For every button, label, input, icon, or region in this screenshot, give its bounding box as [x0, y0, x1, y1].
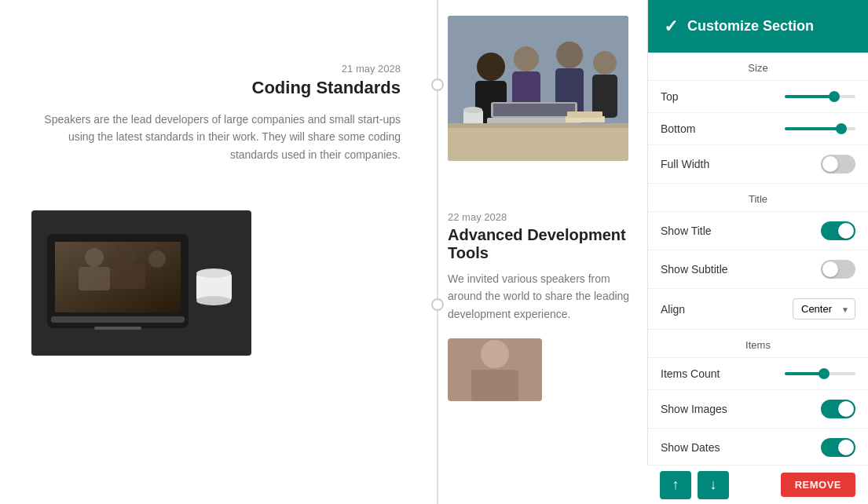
coffee-laptop-image — [31, 210, 251, 356]
svg-point-9 — [148, 250, 166, 268]
svg-point-20 — [556, 42, 583, 68]
top-slider[interactable] — [785, 94, 855, 99]
bottom-slider-fill — [785, 127, 841, 130]
bottom-slider-track — [785, 127, 855, 130]
panel-body: Size Top Bottom Full Width — [648, 53, 868, 504]
card1-date: 21 may 2028 — [31, 63, 401, 75]
timeline-line — [437, 0, 438, 504]
size-section-label: Size — [648, 53, 868, 81]
timeline-right-column: 22 may 2028 Advanced Development Tools W… — [432, 0, 647, 504]
svg-point-5 — [196, 268, 231, 278]
top-control-row: Top — [648, 81, 868, 113]
items-count-control-row: Items Count — [648, 358, 868, 390]
svg-point-28 — [463, 107, 482, 113]
svg-point-7 — [85, 248, 104, 267]
show-dates-toggle-knob — [838, 440, 854, 455]
timeline-area: 21 may 2028 Coding Standards Speakers ar… — [0, 0, 647, 504]
items-count-slider-track — [785, 372, 855, 375]
show-subtitle-toggle-knob — [822, 261, 838, 277]
bottom-slider[interactable] — [785, 126, 855, 131]
svg-rect-32 — [567, 111, 602, 118]
full-width-toggle[interactable] — [821, 155, 855, 173]
show-dates-label: Show Dates — [661, 441, 720, 454]
show-images-label: Show Images — [661, 403, 727, 415]
bottom-partial-image — [448, 338, 542, 401]
card-left-1: 21 may 2028 Coding Standards Speakers ar… — [31, 63, 401, 163]
align-dropdown[interactable]: Left Center Right — [793, 298, 855, 320]
items-section-label: Items — [648, 330, 868, 358]
svg-point-22 — [593, 51, 617, 75]
show-images-toggle-knob — [838, 401, 854, 417]
show-title-label: Show Title — [661, 225, 712, 237]
card2-date: 22 may 2028 — [448, 211, 632, 223]
svg-rect-13 — [94, 327, 141, 330]
remove-button[interactable]: REMOVE — [781, 473, 855, 497]
people-meeting-image — [448, 16, 628, 161]
timeline-dot-2 — [431, 298, 444, 311]
timeline-dot-1 — [431, 79, 444, 91]
check-icon: ✓ — [664, 16, 678, 37]
card2-title: Advanced Development Tools — [448, 226, 632, 262]
items-count-label: Items Count — [661, 367, 720, 380]
svg-point-18 — [514, 46, 539, 71]
bottom-label: Bottom — [661, 122, 695, 135]
full-width-label: Full Width — [661, 158, 709, 170]
timeline-left-column: 21 may 2028 Coding Standards Speakers ar… — [0, 0, 432, 504]
svg-rect-10 — [79, 267, 110, 290]
move-down-button[interactable]: ↓ — [698, 471, 729, 499]
align-label: Align — [661, 303, 685, 316]
show-images-control-row: Show Images — [648, 390, 868, 429]
card-right-2: 22 may 2028 Advanced Development Tools W… — [448, 211, 632, 323]
card-right-bottom — [448, 338, 632, 404]
svg-point-6 — [196, 296, 231, 305]
show-dates-control-row: Show Dates — [648, 429, 868, 467]
card-left-2 — [31, 210, 401, 359]
items-count-slider[interactable] — [785, 371, 855, 376]
svg-rect-12 — [51, 316, 185, 323]
show-title-control-row: Show Title — [648, 212, 868, 250]
card1-text: Speakers are the lead developers of larg… — [31, 111, 401, 163]
svg-point-34 — [481, 340, 509, 368]
show-images-toggle[interactable] — [821, 400, 855, 418]
svg-point-8 — [115, 243, 137, 265]
top-label: Top — [661, 90, 679, 103]
panel-header: ✓ Customize Section — [648, 0, 868, 53]
right-panel: ✓ Customize Section Size Top Bottom — [647, 0, 868, 504]
svg-rect-11 — [110, 264, 145, 289]
card2-text: We invited various speakers from around … — [448, 270, 632, 323]
svg-rect-23 — [592, 75, 617, 118]
main-content: 21 may 2028 Coding Standards Speakers ar… — [0, 0, 647, 504]
panel-title: Customize Section — [687, 18, 814, 35]
card1-title: Coding Standards — [31, 78, 401, 98]
svg-rect-26 — [493, 104, 575, 116]
show-dates-toggle[interactable] — [821, 438, 855, 457]
show-subtitle-control-row: Show Subtitle — [648, 250, 868, 289]
show-title-toggle-knob — [838, 223, 854, 239]
move-up-button[interactable]: ↑ — [660, 471, 691, 499]
full-width-control-row: Full Width — [648, 145, 868, 184]
svg-rect-29 — [448, 126, 628, 161]
top-slider-track — [785, 95, 855, 98]
bottom-control-row: Bottom — [648, 113, 868, 145]
card-right-1 — [448, 16, 632, 164]
panel-footer: ↑ ↓ REMOVE — [647, 465, 868, 504]
svg-rect-35 — [471, 370, 518, 401]
align-control-row: Align Left Center Right ▼ — [648, 289, 868, 330]
show-subtitle-label: Show Subtitle — [661, 263, 728, 276]
align-dropdown-wrapper: Left Center Right ▼ — [793, 298, 855, 320]
title-section-label: Title — [648, 184, 868, 212]
items-count-slider-thumb[interactable] — [819, 368, 830, 379]
svg-point-16 — [477, 53, 505, 81]
full-width-toggle-knob — [822, 156, 838, 172]
top-slider-fill — [785, 95, 834, 98]
svg-rect-30 — [448, 123, 628, 128]
show-title-toggle[interactable] — [821, 221, 855, 240]
bottom-slider-thumb[interactable] — [836, 123, 847, 134]
top-slider-thumb[interactable] — [829, 91, 840, 102]
show-subtitle-toggle[interactable] — [821, 260, 855, 279]
